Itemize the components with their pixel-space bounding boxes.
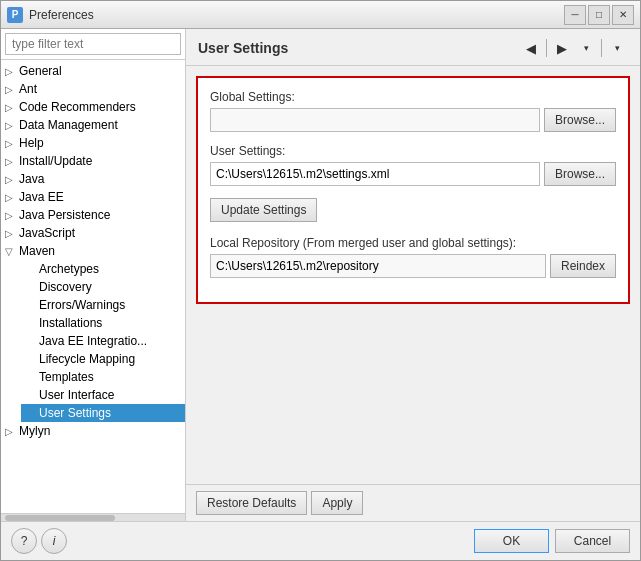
expand-arrow-data-management: ▷ (5, 120, 19, 131)
tree-label-java: Java (19, 172, 44, 186)
tree-label-discovery: Discovery (39, 280, 92, 294)
cancel-button[interactable]: Cancel (555, 529, 630, 553)
title-bar: P Preferences ─ □ ✕ (1, 1, 640, 29)
global-settings-label: Global Settings: (210, 90, 616, 104)
tree-item-maven[interactable]: ▽ Maven (1, 242, 185, 260)
tree-item-errors-warnings[interactable]: Errors/Warnings (21, 296, 185, 314)
user-settings-input[interactable] (210, 162, 540, 186)
tree-label-data-management: Data Management (19, 118, 118, 132)
tree-label-ant: Ant (19, 82, 37, 96)
info-icon: i (53, 534, 56, 548)
tree-item-java[interactable]: ▷ Java (1, 170, 185, 188)
reindex-button[interactable]: Reindex (550, 254, 616, 278)
tree-view: ▷ General ▷ Ant ▷ Code Recommenders ▷ Da… (1, 60, 185, 513)
toolbar-divider-2 (601, 39, 602, 57)
expand-arrow-templates (25, 372, 39, 383)
expand-arrow-code-recommenders: ▷ (5, 102, 19, 113)
tree-label-user-settings: User Settings (39, 406, 111, 420)
expand-arrow-maven: ▽ (5, 246, 19, 257)
apply-button[interactable]: Apply (311, 491, 363, 515)
panel-header: User Settings ◀ ▶ ▾ ▾ (186, 29, 640, 66)
expand-arrow-general: ▷ (5, 66, 19, 77)
panel-body: Global Settings: Browse... User Settings… (186, 66, 640, 484)
tree-item-ant[interactable]: ▷ Ant (1, 80, 185, 98)
expand-arrow-lifecycle-mapping (25, 354, 39, 365)
tree-label-java-persistence: Java Persistence (19, 208, 110, 222)
preferences-window: P Preferences ─ □ ✕ ▷ General ▷ Ant (0, 0, 641, 561)
local-repo-input[interactable] (210, 254, 546, 278)
tree-item-general[interactable]: ▷ General (1, 62, 185, 80)
tree-item-installations[interactable]: Installations (21, 314, 185, 332)
expand-arrow-java: ▷ (5, 174, 19, 185)
bottom-left: Restore Defaults Apply (196, 491, 363, 515)
tree-item-user-settings[interactable]: User Settings (21, 404, 185, 422)
settings-box: Global Settings: Browse... User Settings… (196, 76, 630, 304)
expand-arrow-java-persistence: ▷ (5, 210, 19, 221)
help-button[interactable]: ? (11, 528, 37, 554)
window-icon: P (7, 7, 23, 23)
tree-item-java-persistence[interactable]: ▷ Java Persistence (1, 206, 185, 224)
minimize-button[interactable]: ─ (564, 5, 586, 25)
global-browse-button[interactable]: Browse... (544, 108, 616, 132)
tree-label-maven: Maven (19, 244, 55, 258)
global-settings-group: Global Settings: Browse... (210, 90, 616, 132)
tree-item-java-ee[interactable]: ▷ Java EE (1, 188, 185, 206)
tree-label-help: Help (19, 136, 44, 150)
search-bar (1, 29, 185, 60)
window-controls: ─ □ ✕ (564, 5, 634, 25)
expand-arrow-user-settings (25, 408, 39, 419)
tree-item-discovery[interactable]: Discovery (21, 278, 185, 296)
tree-label-code-recommenders: Code Recommenders (19, 100, 136, 114)
maven-children: Archetypes Discovery Errors/Warnings Ins… (1, 260, 185, 422)
global-settings-row: Browse... (210, 108, 616, 132)
tree-item-java-ee-integration[interactable]: Java EE Integratio... (21, 332, 185, 350)
tree-item-code-recommenders[interactable]: ▷ Code Recommenders (1, 98, 185, 116)
search-input[interactable] (5, 33, 181, 55)
user-settings-label: User Settings: (210, 144, 616, 158)
update-settings-button[interactable]: Update Settings (210, 198, 317, 222)
window-bottom-bar: ? i OK Cancel (1, 521, 640, 560)
expand-arrow-archetypes (25, 264, 39, 275)
expand-arrow-help: ▷ (5, 138, 19, 149)
help-controls: ? i (11, 528, 67, 554)
tree-item-help[interactable]: ▷ Help (1, 134, 185, 152)
nav-dropdown-button[interactable]: ▾ (575, 37, 597, 59)
expand-arrow-java-ee-integration (25, 336, 39, 347)
main-content: ▷ General ▷ Ant ▷ Code Recommenders ▷ Da… (1, 29, 640, 521)
local-repo-group: Local Repository (From merged user and g… (210, 236, 616, 278)
tree-item-lifecycle-mapping[interactable]: Lifecycle Mapping (21, 350, 185, 368)
expand-arrow-installations (25, 318, 39, 329)
help-icon: ? (21, 534, 28, 548)
back-button[interactable]: ◀ (520, 37, 542, 59)
tree-label-user-interface: User Interface (39, 388, 114, 402)
tree-label-javascript: JavaScript (19, 226, 75, 240)
tree-item-user-interface[interactable]: User Interface (21, 386, 185, 404)
menu-button[interactable]: ▾ (606, 37, 628, 59)
tree-label-java-ee: Java EE (19, 190, 64, 204)
user-browse-button[interactable]: Browse... (544, 162, 616, 186)
tree-label-lifecycle-mapping: Lifecycle Mapping (39, 352, 135, 366)
info-button[interactable]: i (41, 528, 67, 554)
tree-label-general: General (19, 64, 62, 78)
local-repo-row: Reindex (210, 254, 616, 278)
tree-item-mylyn[interactable]: ▷ Mylyn (1, 422, 185, 440)
dialog-buttons: OK Cancel (474, 529, 630, 553)
tree-label-errors-warnings: Errors/Warnings (39, 298, 125, 312)
tree-item-data-management[interactable]: ▷ Data Management (1, 116, 185, 134)
tree-item-archetypes[interactable]: Archetypes (21, 260, 185, 278)
forward-button[interactable]: ▶ (551, 37, 573, 59)
maximize-button[interactable]: □ (588, 5, 610, 25)
close-button[interactable]: ✕ (612, 5, 634, 25)
user-settings-group: User Settings: Browse... (210, 144, 616, 186)
expand-arrow-javascript: ▷ (5, 228, 19, 239)
global-settings-input[interactable] (210, 108, 540, 132)
tree-item-templates[interactable]: Templates (21, 368, 185, 386)
toolbar-divider (546, 39, 547, 57)
tree-label-installations: Installations (39, 316, 102, 330)
ok-button[interactable]: OK (474, 529, 549, 553)
tree-item-javascript[interactable]: ▷ JavaScript (1, 224, 185, 242)
restore-defaults-button[interactable]: Restore Defaults (196, 491, 307, 515)
tree-label-mylyn: Mylyn (19, 424, 50, 438)
right-panel: User Settings ◀ ▶ ▾ ▾ Global Settings: (186, 29, 640, 521)
tree-item-install-update[interactable]: ▷ Install/Update (1, 152, 185, 170)
